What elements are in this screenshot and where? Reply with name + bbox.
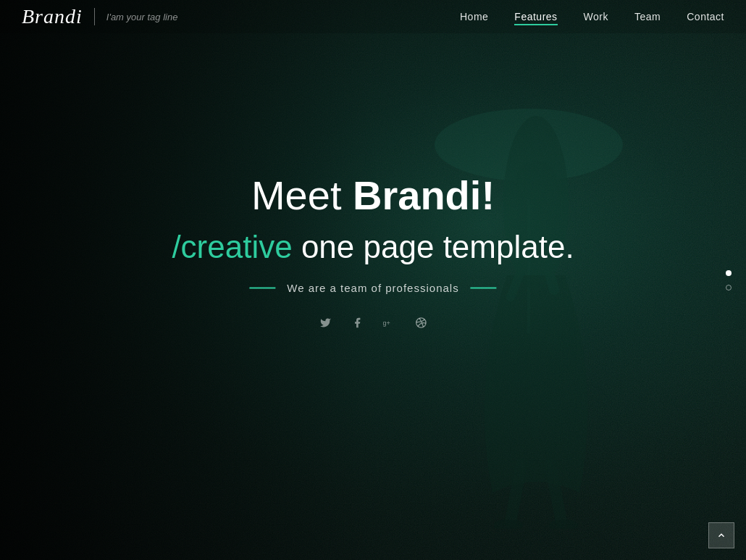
svg-point-9 — [549, 519, 578, 529]
hero-title: Meet Brandi! — [172, 170, 574, 219]
nav-link-home[interactable]: Home — [460, 11, 488, 22]
hero-subtitle: /creative one page template. — [172, 227, 574, 266]
nav-link-work[interactable]: Work — [584, 11, 608, 22]
tagline-line-right — [471, 287, 497, 288]
dribbble-icon[interactable] — [412, 314, 429, 332]
hero-content: Meet Brandi! /creative one page template… — [172, 170, 574, 332]
hero-tagline-text: We are a team of professionals — [287, 282, 458, 294]
twitter-icon[interactable] — [317, 314, 334, 332]
logo-divider — [94, 8, 95, 25]
tagline-line-left — [249, 287, 275, 288]
hero-tagline-container: We are a team of professionals — [172, 282, 574, 294]
nav-links: Home Features Work Team Contact — [460, 10, 724, 23]
hero-title-bold: Brandi! — [353, 172, 495, 217]
nav-item-features[interactable]: Features — [514, 10, 557, 23]
scroll-dot-2[interactable] — [726, 285, 732, 291]
logo[interactable]: Brandi — [22, 5, 83, 28]
nav-item-work[interactable]: Work — [584, 10, 608, 23]
navbar: Brandi I'am your tag line Home Features … — [0, 0, 746, 33]
svg-text:g+: g+ — [382, 319, 390, 327]
social-icons: g+ — [172, 314, 574, 332]
scroll-dots — [726, 270, 732, 291]
scroll-dot-1[interactable] — [726, 270, 732, 276]
nav-link-contact[interactable]: Contact — [687, 11, 724, 22]
nav-item-home[interactable]: Home — [460, 10, 488, 23]
googleplus-icon[interactable]: g+ — [380, 314, 398, 332]
svg-point-8 — [494, 519, 523, 529]
hero-subtitle-rest: one page template. — [293, 228, 574, 264]
nav-item-team[interactable]: Team — [634, 10, 661, 23]
nav-link-team[interactable]: Team — [634, 11, 661, 22]
facebook-icon[interactable] — [348, 314, 366, 332]
scroll-up-button[interactable] — [708, 522, 734, 548]
tagline: I'am your tag line — [106, 12, 178, 22]
hero-section: Brandi I'am your tag line Home Features … — [0, 0, 746, 560]
nav-item-contact[interactable]: Contact — [687, 10, 724, 23]
nav-link-features[interactable]: Features — [514, 11, 557, 25]
hero-subtitle-accent: /creative — [172, 228, 292, 264]
